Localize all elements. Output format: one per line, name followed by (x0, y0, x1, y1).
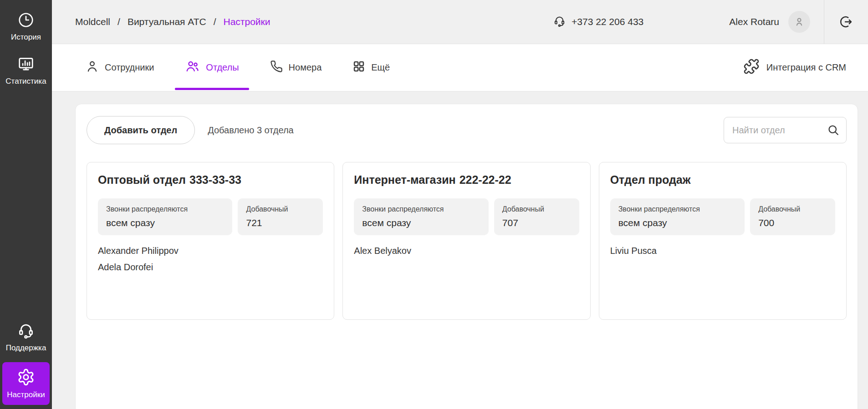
tab-label: Сотрудники (105, 62, 154, 73)
member-list: Alex Belyakov (354, 244, 579, 258)
tab-bar: Сотрудники Отделы (52, 44, 868, 91)
puzzle-icon (743, 58, 760, 77)
department-info-row: Звонки распределяются всем сразу Добавоч… (354, 198, 579, 235)
tab-label: Номера (289, 62, 322, 73)
departments-panel: Добавить отдел Добавлено 3 отдела (75, 104, 858, 409)
department-card[interactable]: Оптовый отдел333-33-33 Звонки распределя… (87, 162, 334, 320)
department-grid: Оптовый отдел333-33-33 Звонки распределя… (87, 162, 847, 320)
extension-box: Добавочный 707 (494, 198, 579, 235)
member-list: Alexander PhilippovAdela Dorofei (98, 244, 323, 274)
app-root: История Статистика (0, 0, 868, 409)
grid-icon (352, 60, 365, 75)
clock-icon (17, 11, 35, 29)
department-title: Интернет-магазин222-22-22 (354, 173, 579, 187)
tab-employees[interactable]: Сотрудники (86, 44, 154, 91)
department-name: Интернет-магазин (354, 173, 455, 186)
person-icon (86, 60, 99, 76)
extension-box: Добавочный 700 (750, 198, 835, 235)
crm-integration-link[interactable]: Интеграция с CRM (743, 58, 846, 77)
department-info-row: Звонки распределяются всем сразу Добавоч… (98, 198, 323, 235)
call-distribution-value: всем сразу (106, 217, 224, 228)
extension-value: 721 (246, 217, 315, 228)
breadcrumb-separator: / (214, 16, 216, 27)
main-column: Moldcell / Виртуальная АТС / Настройки + (52, 0, 868, 409)
member-name: Liviu Pusca (610, 244, 835, 258)
call-distribution-box: Звонки распределяются всем сразу (98, 198, 232, 235)
member-name: Adela Dorofei (98, 261, 323, 274)
top-bar: Moldcell / Виртуальная АТС / Настройки + (52, 0, 868, 44)
extension-value: 707 (502, 217, 571, 228)
call-distribution-label: Звонки распределяются (362, 205, 480, 213)
extension-box: Добавочный 721 (238, 198, 323, 235)
department-title: Оптовый отдел333-33-33 (98, 173, 323, 187)
avatar[interactable] (788, 11, 810, 33)
sidebar-spacer (0, 91, 52, 316)
department-title: Отдел продаж (610, 173, 835, 187)
departments-count-text: Добавлено 3 отдела (208, 125, 293, 136)
sidebar-item-label: История (11, 33, 41, 42)
sidebar-item-history[interactable]: История (0, 6, 52, 47)
sidebar-item-support[interactable]: Поддержка (0, 316, 52, 358)
tab-label: Ещё (371, 62, 390, 73)
member-list: Liviu Pusca (610, 244, 835, 258)
search-icon[interactable] (823, 124, 840, 136)
search-box (724, 117, 847, 143)
panel-header: Добавить отдел Добавлено 3 отдела (87, 116, 847, 144)
call-distribution-value: всем сразу (618, 217, 736, 228)
call-distribution-box: Звонки распределяются всем сразу (610, 198, 745, 235)
sidebar: История Статистика (0, 0, 52, 409)
stats-monitor-icon (17, 56, 35, 73)
support-phone-number: +373 22 206 433 (572, 16, 643, 27)
sidebar-item-label: Настройки (7, 390, 45, 399)
sidebar-item-settings[interactable]: Настройки (2, 362, 50, 405)
headset-icon (17, 321, 35, 339)
call-distribution-label: Звонки распределяются (106, 205, 224, 213)
extension-label: Добавочный (758, 205, 827, 213)
department-card[interactable]: Отдел продаж Звонки распределяются всем … (599, 162, 847, 320)
logout-area (824, 0, 868, 44)
breadcrumb-separator: / (117, 16, 120, 27)
breadcrumb-settings: Настройки (224, 16, 271, 27)
member-name: Alexander Philippov (98, 244, 323, 258)
support-phone: +373 22 206 433 (553, 15, 643, 30)
call-distribution-value: всем сразу (362, 217, 480, 228)
gear-icon (17, 368, 35, 386)
content-area: Добавить отдел Добавлено 3 отдела (52, 91, 868, 409)
people-icon (185, 60, 200, 76)
add-department-button[interactable]: Добавить отдел (87, 116, 195, 144)
tab-label: Отделы (206, 62, 239, 73)
breadcrumb: Moldcell / Виртуальная АТС / Настройки (75, 16, 271, 27)
tab-more[interactable]: Ещё (352, 44, 390, 91)
call-distribution-label: Звонки распределяются (618, 205, 736, 213)
tab-departments[interactable]: Отделы (185, 44, 239, 91)
user-name: Alex Rotaru (729, 16, 779, 27)
crm-integration-label: Интеграция с CRM (766, 62, 846, 73)
extension-value: 700 (758, 217, 827, 228)
department-name: Оптовый отдел (98, 173, 186, 186)
sidebar-item-statistics[interactable]: Статистика (0, 50, 52, 91)
search-input[interactable] (732, 125, 823, 136)
sidebar-item-label: Поддержка (6, 343, 46, 353)
sidebar-item-label: Статистика (5, 77, 46, 86)
phone-icon (270, 60, 283, 75)
member-name: Alex Belyakov (354, 244, 579, 258)
call-distribution-box: Звонки распределяются всем сразу (354, 198, 488, 235)
tab-numbers[interactable]: Номера (270, 44, 322, 91)
extension-label: Добавочный (502, 205, 571, 213)
department-name: Отдел продаж (610, 173, 691, 186)
department-info-row: Звонки распределяются всем сразу Добавоч… (610, 198, 835, 235)
department-number: 222-22-22 (460, 173, 511, 186)
department-card[interactable]: Интернет-магазин222-22-22 Звонки распред… (342, 162, 590, 320)
breadcrumb-moldcell[interactable]: Moldcell (75, 16, 110, 27)
department-number: 333-33-33 (189, 173, 241, 186)
headset-icon (553, 15, 566, 30)
logout-icon[interactable] (839, 15, 853, 29)
breadcrumb-virtual-pbx[interactable]: Виртуальная АТС (128, 16, 206, 27)
extension-label: Добавочный (246, 205, 315, 213)
